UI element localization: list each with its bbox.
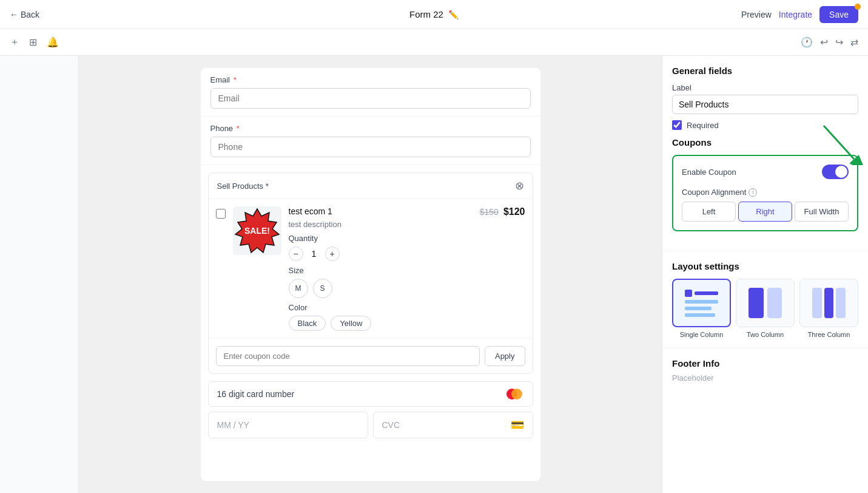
product-name-price-row: test ecom 1 $150 $120 — [289, 206, 525, 217]
preview-button[interactable]: Preview — [741, 10, 772, 19]
layout-settings-section: Layout settings — [662, 251, 868, 348]
svg-point-3 — [511, 389, 522, 399]
green-arrow — [818, 123, 866, 165]
label-field-row: Label — [672, 83, 858, 114]
sell-products-header: Sell Products * ⊗ — [209, 173, 533, 199]
close-sell-products-icon[interactable]: ⊗ — [515, 179, 524, 192]
email-required-star: * — [234, 75, 237, 84]
cvc-field[interactable]: CVC 💳 — [373, 412, 533, 438]
three-column-preview — [799, 279, 858, 327]
undo-icon[interactable]: ↩ — [820, 36, 828, 48]
layout-settings-title: Layout settings — [672, 261, 858, 271]
secondary-navigation: ＋ ⊞ 🔔 🕐 ↩ ↪ ⇄ — [0, 29, 868, 56]
phone-input[interactable] — [210, 137, 531, 157]
quantity-label: Quantity — [289, 234, 525, 243]
two-column-option[interactable]: Two Column — [736, 279, 795, 338]
save-badge — [855, 4, 861, 10]
coupon-settings-box: Enable Coupon Coupon Alignment i Left Ri… — [672, 155, 858, 231]
center-area: Email * Phone * Sell Products — [79, 56, 662, 493]
original-price: $150 — [480, 207, 499, 217]
size-m-button[interactable]: M — [289, 279, 308, 298]
sell-products-title: Sell Products * — [217, 182, 269, 191]
save-button[interactable]: Save — [819, 6, 858, 23]
svg-text:SALE!: SALE! — [244, 226, 270, 236]
back-arrow-icon: ← — [10, 10, 18, 19]
enable-coupon-toggle[interactable] — [822, 165, 849, 179]
form-title: Form 22 — [409, 9, 443, 19]
secondary-nav-left: ＋ ⊞ 🔔 — [10, 36, 59, 49]
product-description: test description — [289, 220, 525, 229]
size-options: M S — [289, 279, 525, 298]
quantity-value: 1 — [308, 249, 320, 259]
card-section: 16 digit card number MM / YY — [208, 381, 533, 438]
three-column-option[interactable]: Three Column — [799, 279, 858, 338]
quantity-decrease-button[interactable]: − — [289, 246, 303, 261]
add-icon[interactable]: ＋ — [10, 36, 19, 49]
sc-icon — [685, 290, 692, 297]
coupon-code-input[interactable] — [216, 346, 480, 366]
enable-coupon-label: Enable Coupon — [682, 168, 736, 177]
single-column-option[interactable]: Single Column — [672, 279, 731, 338]
info-icon[interactable]: i — [749, 188, 757, 197]
align-full-width-button[interactable]: Full Width — [795, 202, 849, 222]
product-checkbox[interactable] — [216, 209, 226, 219]
coupon-row: Apply — [209, 339, 533, 373]
size-s-button[interactable]: S — [313, 279, 332, 298]
left-sidebar — [0, 56, 79, 493]
secondary-nav-right: 🕐 ↩ ↪ ⇄ — [801, 36, 858, 48]
color-options: Black Yellow — [289, 316, 525, 331]
card-number-label: 16 digit card number — [217, 389, 295, 399]
svg-line-5 — [824, 126, 854, 159]
align-left-button[interactable]: Left — [682, 202, 736, 222]
align-right-button[interactable]: Right — [738, 202, 792, 222]
alignment-options: Left Right Full Width — [682, 202, 849, 222]
email-input[interactable] — [210, 88, 531, 109]
layout-options: Single Column Two Column — [672, 279, 858, 338]
required-checkbox[interactable] — [672, 120, 682, 130]
label-input[interactable] — [672, 95, 858, 114]
mastercard-icon — [505, 388, 524, 400]
edit-icon[interactable]: ✏️ — [448, 10, 459, 19]
grid-icon[interactable]: ⊞ — [29, 36, 37, 48]
color-yellow-button[interactable]: Yellow — [331, 316, 371, 331]
product-name: test ecom 1 — [289, 206, 332, 216]
two-column-label: Two Column — [736, 331, 795, 338]
single-column-preview — [672, 279, 731, 327]
size-label: Size — [289, 266, 525, 275]
color-label: Color — [289, 303, 525, 312]
card-bottom-row: MM / YY CVC 💳 — [208, 412, 533, 438]
product-details: test ecom 1 $150 $120 test description Q… — [289, 206, 525, 331]
enable-coupon-row: Enable Coupon — [682, 165, 849, 179]
top-navigation: ← Back Form 22 ✏️ Preview Integrate Save — [0, 0, 868, 29]
phone-label: Phone * — [210, 124, 531, 133]
card-chip-icon: 💳 — [511, 418, 524, 432]
settings-icon[interactable]: ⇄ — [850, 36, 858, 48]
apply-coupon-button[interactable]: Apply — [485, 346, 525, 366]
three-column-label: Three Column — [799, 331, 858, 338]
placeholder-label: Placeholder — [672, 373, 858, 382]
card-number-row: 16 digit card number — [208, 381, 533, 407]
coupon-alignment-label: Coupon Alignment — [682, 188, 746, 197]
integrate-button[interactable]: Integrate — [779, 10, 812, 19]
general-fields-section: General fields Label Required Coupons — [662, 56, 868, 251]
email-label: Email * — [210, 75, 531, 84]
sale-price: $120 — [503, 206, 525, 217]
quantity-increase-button[interactable]: + — [325, 246, 340, 261]
footer-info-section: Footer Info Placeholder — [662, 348, 868, 392]
bell-icon[interactable]: 🔔 — [47, 36, 59, 48]
quantity-control: − 1 + — [289, 246, 525, 261]
back-label: Back — [21, 10, 39, 19]
single-column-label: Single Column — [672, 331, 731, 338]
mm-yy-field[interactable]: MM / YY — [208, 412, 368, 438]
clock-icon[interactable]: 🕐 — [801, 36, 813, 48]
nav-center: Form 22 ✏️ — [409, 9, 459, 19]
required-label: Required — [687, 121, 719, 130]
coupon-alignment-label-row: Coupon Alignment i — [682, 188, 849, 197]
product-prices: $150 $120 — [480, 206, 525, 217]
sell-products-section: Sell Products * ⊗ SALE! — [208, 172, 533, 374]
product-image: SALE! — [233, 206, 281, 255]
color-black-button[interactable]: Black — [289, 316, 326, 331]
back-button[interactable]: ← Back — [10, 10, 39, 19]
right-panel: General fields Label Required Coupons — [662, 56, 868, 493]
redo-icon[interactable]: ↪ — [835, 36, 843, 48]
